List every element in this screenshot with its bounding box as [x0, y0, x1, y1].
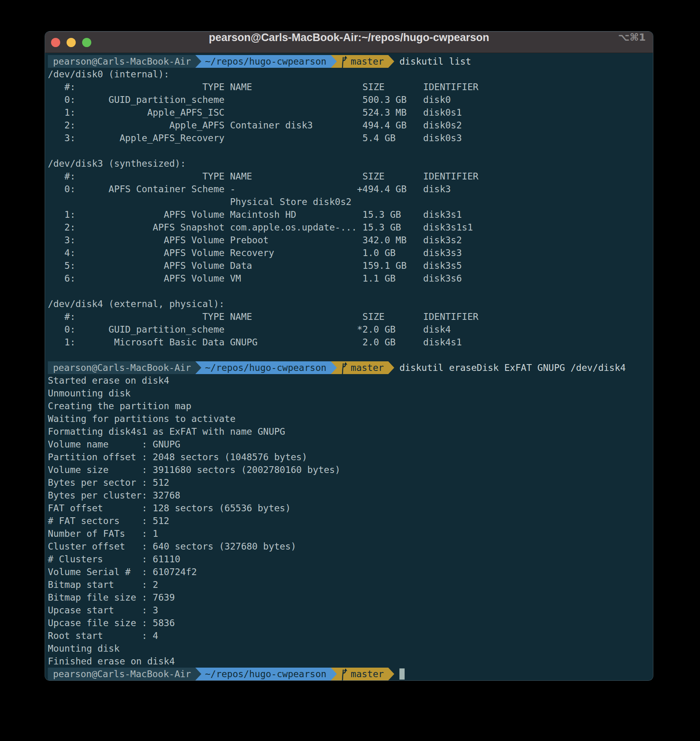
prompt-git-segment: master	[337, 668, 388, 680]
shell-prompt: pearson@Carls-MacBook-Air ~/repos/hugo-c…	[48, 361, 651, 374]
terminal-cursor	[399, 668, 405, 680]
powerline-arrow-icon	[331, 668, 337, 680]
prompt-user-host: pearson@Carls-MacBook-Air	[48, 361, 195, 374]
prompt-git-branch: master	[351, 55, 384, 68]
powerline-arrow-icon	[388, 55, 394, 68]
powerline-arrow-icon	[388, 361, 394, 374]
prompt-user-host: pearson@Carls-MacBook-Air	[48, 668, 195, 680]
erase-disk-output: Started erase on disk4 Unmounting disk C…	[48, 374, 651, 668]
diskutil-list-output: /dev/disk0 (internal): #: TYPE NAME SIZE…	[48, 68, 651, 361]
window-title: pearson@Carls-MacBook-Air:~/repos/hugo-c…	[45, 32, 653, 53]
window-shortcut-badge: ⌥⌘1	[618, 32, 646, 53]
prompt-git-segment: master	[337, 55, 388, 68]
powerline-arrow-icon	[388, 668, 394, 680]
prompt-user-host: pearson@Carls-MacBook-Air	[48, 55, 195, 68]
powerline-arrow-icon	[195, 55, 201, 68]
git-branch-icon	[340, 668, 348, 681]
prompt-cwd: ~/repos/hugo-cwpearson	[201, 668, 331, 680]
command-text: diskutil list	[394, 55, 471, 68]
prompt-git-segment: master	[337, 361, 388, 374]
git-branch-icon	[340, 55, 348, 71]
prompt-cwd: ~/repos/hugo-cwpearson	[201, 55, 331, 68]
powerline-arrow-icon	[331, 55, 337, 68]
command-text: diskutil eraseDisk ExFAT GNUPG /dev/disk…	[394, 361, 626, 374]
shell-prompt: pearson@Carls-MacBook-Air ~/repos/hugo-c…	[48, 55, 651, 68]
powerline-arrow-icon	[195, 361, 201, 374]
powerline-arrow-icon	[195, 668, 201, 680]
shell-prompt-current: pearson@Carls-MacBook-Air ~/repos/hugo-c…	[48, 668, 651, 680]
powerline-arrow-icon	[331, 361, 337, 374]
prompt-cwd: ~/repos/hugo-cwpearson	[201, 361, 331, 374]
terminal-window: pearson@Carls-MacBook-Air:~/repos/hugo-c…	[45, 31, 653, 681]
terminal-screen[interactable]: pearson@Carls-MacBook-Air ~/repos/hugo-c…	[45, 53, 653, 681]
prompt-git-branch: master	[351, 361, 384, 374]
git-branch-icon	[340, 361, 348, 377]
prompt-git-branch: master	[351, 668, 384, 680]
titlebar[interactable]: pearson@Carls-MacBook-Air:~/repos/hugo-c…	[45, 32, 653, 53]
